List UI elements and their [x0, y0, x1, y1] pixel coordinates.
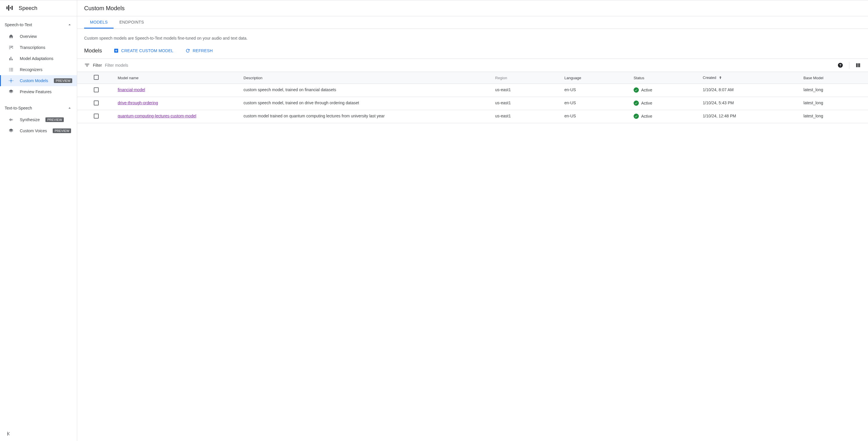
model-description: custom speech model, trained on drive th… — [239, 97, 490, 110]
sidebar-item-label: Preview Features — [20, 89, 52, 94]
section-header-tts[interactable]: Text-to-Speech — [0, 102, 77, 114]
col-language[interactable]: Language — [560, 72, 629, 84]
sidebar-item-label: Custom Models — [20, 78, 48, 83]
speech-brand-icon — [6, 4, 14, 13]
check-circle-icon — [633, 87, 639, 93]
column-settings-icon[interactable] — [855, 62, 861, 68]
tune-icon — [8, 78, 14, 83]
wave-icon — [8, 117, 14, 122]
select-all-column — [77, 72, 113, 84]
table-row: financial-model custom speech model, tra… — [77, 84, 868, 97]
model-created: 1/10/24, 12:48 PM — [698, 110, 799, 123]
model-status: Active — [633, 87, 693, 93]
col-status[interactable]: Status — [629, 72, 698, 84]
refresh-label: REFRESH — [193, 48, 213, 53]
svg-rect-6 — [12, 59, 12, 60]
section-title: Models — [84, 48, 102, 54]
main-header: Custom Models — [77, 0, 868, 16]
filter-right: ? — [837, 62, 861, 69]
section-header-stt[interactable]: Speech-to-Text — [0, 19, 77, 31]
tab-endpoints[interactable]: ENDPOINTS — [114, 16, 150, 29]
col-name[interactable]: Model name — [113, 72, 239, 84]
model-status: Active — [633, 100, 693, 106]
filter-label: Filter — [93, 63, 102, 67]
col-created[interactable]: Created — [698, 72, 799, 84]
nav-section-tts: Text-to-Speech Synthesize PREVIEW Custom… — [0, 99, 77, 139]
col-base-model[interactable]: Base Model — [799, 72, 868, 84]
arrow-up-icon — [718, 76, 723, 80]
svg-rect-2 — [10, 7, 11, 8]
model-status: Active — [633, 114, 693, 119]
svg-text:?: ? — [839, 63, 841, 67]
row-checkbox[interactable] — [94, 87, 99, 92]
model-description: custom model trained on quantum computin… — [239, 110, 490, 123]
svg-rect-12 — [859, 63, 860, 67]
sidebar-item-custom-voices[interactable]: Custom Voices PREVIEW — [0, 125, 77, 136]
model-name-link[interactable]: financial-model — [118, 87, 145, 92]
svg-rect-5 — [11, 57, 11, 60]
model-language: en-US — [560, 110, 629, 123]
preview-badge: PREVIEW — [54, 78, 72, 83]
svg-rect-0 — [6, 6, 7, 9]
equalizer-icon — [8, 56, 14, 61]
sidebar-item-custom-models[interactable]: Custom Models PREVIEW — [0, 75, 77, 86]
add-box-icon — [114, 48, 119, 53]
check-circle-icon — [633, 114, 639, 119]
sidebar-item-transcriptions[interactable]: Transcriptions — [0, 42, 77, 53]
table-header-row: Model name Description Region Language S… — [77, 72, 868, 84]
filter-bar: Filter ? — [77, 59, 868, 72]
chevron-up-icon — [67, 22, 72, 27]
refresh-button[interactable]: REFRESH — [185, 48, 213, 53]
sidebar-item-overview[interactable]: Overview — [0, 31, 77, 42]
sidebar-item-label: Overview — [20, 34, 37, 39]
sidebar-item-synthesize[interactable]: Synthesize PREVIEW — [0, 114, 77, 125]
sidebar-item-recognizers[interactable]: Recognizers — [0, 64, 77, 75]
sliders-icon — [8, 45, 14, 50]
row-checkbox[interactable] — [94, 100, 99, 106]
model-name-link[interactable]: drive-through-ordering — [118, 100, 158, 105]
chevron-up-icon — [67, 106, 72, 111]
sidebar-header: Speech — [0, 0, 77, 16]
sidebar-item-preview-features[interactable]: Preview Features — [0, 86, 77, 97]
row-checkbox[interactable] — [94, 114, 99, 119]
layers-icon — [8, 89, 14, 94]
description-text: Custom speech models are Speech-to-Text … — [77, 36, 868, 48]
col-description[interactable]: Description — [239, 72, 490, 84]
sidebar-item-label: Custom Voices — [20, 128, 47, 133]
svg-rect-1 — [8, 5, 9, 10]
preview-badge: PREVIEW — [45, 117, 64, 122]
model-created: 1/10/24, 8:07 AM — [698, 84, 799, 97]
sidebar: Speech Speech-to-Text Overview Transcrip… — [0, 0, 77, 441]
sidebar-item-model-adaptations[interactable]: Model Adaptations — [0, 53, 77, 64]
home-icon — [8, 34, 14, 39]
sidebar-title: Speech — [19, 5, 37, 11]
toolbar: Models CREATE CUSTOM MODEL REFRESH — [77, 48, 868, 59]
page-title: Custom Models — [84, 5, 125, 12]
model-region: us-east1 — [491, 84, 560, 97]
model-region: us-east1 — [491, 97, 560, 110]
check-circle-icon — [633, 100, 639, 106]
content: Custom speech models are Speech-to-Text … — [77, 29, 868, 441]
tab-models[interactable]: MODELS — [84, 16, 114, 29]
collapse-sidebar-button[interactable] — [6, 431, 12, 438]
create-label: CREATE CUSTOM MODEL — [121, 48, 173, 53]
model-base: latest_long — [799, 110, 868, 123]
table-row: quantum-computing-lectures-custom-model … — [77, 110, 868, 123]
svg-point-7 — [10, 80, 12, 82]
select-all-checkbox[interactable] — [94, 75, 99, 80]
create-custom-model-button[interactable]: CREATE CUSTOM MODEL — [114, 48, 173, 53]
model-region: us-east1 — [491, 110, 560, 123]
col-region[interactable]: Region — [491, 72, 560, 84]
help-icon[interactable]: ? — [837, 62, 843, 68]
model-language: en-US — [560, 84, 629, 97]
divider — [849, 62, 849, 69]
filter-input[interactable] — [105, 63, 835, 67]
svg-rect-4 — [9, 58, 10, 61]
model-name-link[interactable]: quantum-computing-lectures-custom-model — [118, 114, 196, 118]
models-table: Model name Description Region Language S… — [77, 72, 868, 123]
tabs: MODELS ENDPOINTS — [77, 16, 868, 29]
sidebar-item-label: Recognizers — [20, 67, 42, 72]
sidebar-item-label: Synthesize — [20, 117, 40, 122]
filter-icon — [84, 62, 90, 68]
table-row: drive-through-ordering custom speech mod… — [77, 97, 868, 110]
